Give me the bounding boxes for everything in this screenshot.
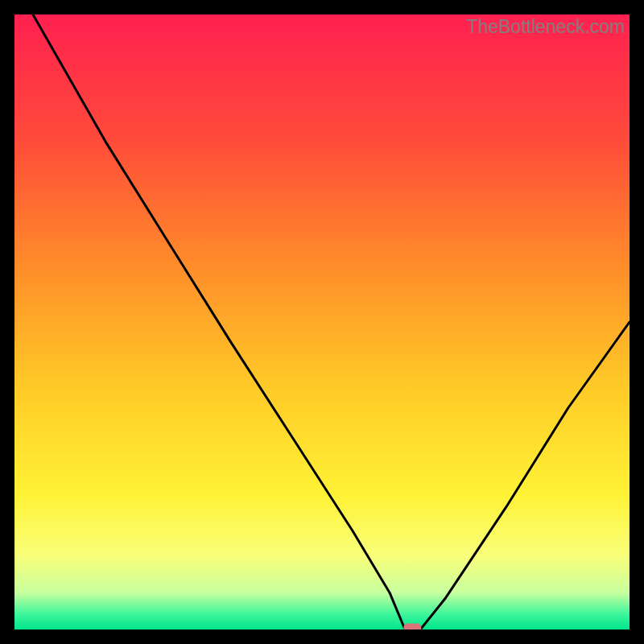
optimal-marker — [403, 624, 421, 630]
chart-svg — [14, 14, 630, 630]
watermark-text: TheBottleneck.com — [466, 16, 625, 38]
chart-frame: TheBottleneck.com — [14, 14, 630, 630]
chart-background — [14, 14, 630, 630]
